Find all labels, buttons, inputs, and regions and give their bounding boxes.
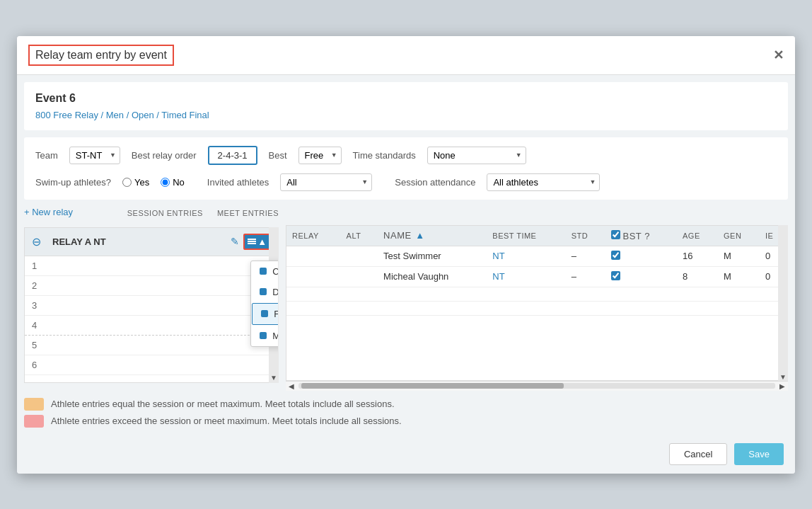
session-label: Session attendance <box>395 177 475 188</box>
legend-item-red: Athlete entries exceed the session or me… <box>24 415 788 428</box>
bst-header-checkbox[interactable] <box>611 230 620 239</box>
empty-row-1 <box>286 287 787 301</box>
relay-menu-button[interactable]: ▲ <box>243 234 271 250</box>
mark-exhibition-dot <box>260 332 267 339</box>
meet-entries-tab[interactable]: MEET ENTRIES <box>217 209 279 217</box>
invited-wrapper: All <box>280 173 372 191</box>
modal: Relay team entry by event ✕ Event 6 800 … <box>17 36 795 474</box>
horiz-left-button[interactable]: ◀ <box>286 382 297 390</box>
legend-color-orange <box>24 398 44 411</box>
dropdown-menu: Clear swimmers Delete the relay Find bes… <box>250 261 279 347</box>
team-label: Team <box>35 150 58 161</box>
col-alt: ALT <box>341 226 378 246</box>
athlete-name-2: Micheal Vaughn <box>378 266 487 287</box>
horiz-thumb <box>301 383 564 389</box>
event-number: Event 6 <box>35 92 777 105</box>
athletes-table-container: RELAY ALT NAME ▲ BEST TIME STD <box>286 225 788 381</box>
athletes-table-body: Test Swimmer NT – 16 M 0 <box>286 246 787 315</box>
modal-header: Relay team entry by event ✕ <box>17 36 795 75</box>
find-best-relay-label: Find best relay <box>274 309 279 319</box>
team-select-wrapper: ST-NT <box>69 147 120 164</box>
athletes-header-row: RELAY ALT NAME ▲ BEST TIME STD <box>286 226 787 246</box>
athletes-scroll-down-button[interactable]: ▼ <box>779 373 787 381</box>
athlete-relay-1 <box>286 246 341 266</box>
legend-section: Athlete entries equal the session or mee… <box>24 398 788 428</box>
bst-checkbox-2[interactable] <box>611 271 620 280</box>
col-std: STD <box>566 226 605 246</box>
athletes-horizontal-scrollbar: ◀ ▶ <box>286 381 788 391</box>
bst-checkbox-1[interactable] <box>611 251 620 260</box>
invited-label: Invited athletes <box>207 177 269 188</box>
athletes-table-wrapper: RELAY ALT NAME ▲ BEST TIME STD <box>286 225 788 391</box>
session-select[interactable]: All athletes <box>487 173 600 191</box>
scroll-down-button[interactable]: ▼ <box>270 372 277 383</box>
athlete-gen-1: M <box>718 246 760 266</box>
relay-row-2: 2 <box>25 276 278 296</box>
relay-header: ⊖ RELAY A NT ✎ <box>25 228 278 256</box>
no-radio-label[interactable]: No <box>161 177 185 188</box>
athlete-row-1: Test Swimmer NT – 16 M 0 <box>286 246 787 266</box>
row-num-4: 4 <box>32 320 46 331</box>
best-select[interactable]: Free <box>298 147 342 164</box>
mark-exhibition-label: Mark as exhibition <box>272 331 279 341</box>
relay-minus-button[interactable]: ⊖ <box>32 235 41 248</box>
delete-relay-dot <box>260 288 267 295</box>
session-meet-tabs: SESSION ENTRIES MEET ENTRIES <box>127 209 279 217</box>
delete-relay-item[interactable]: Delete the relay <box>251 282 279 302</box>
session-entries-tab[interactable]: SESSION ENTRIES <box>127 209 203 217</box>
relay-row-6: 6 <box>25 355 278 375</box>
no-label: No <box>173 177 185 188</box>
close-button[interactable]: ✕ <box>773 47 784 63</box>
relay-table-container: ⊖ RELAY A NT ✎ <box>24 227 279 383</box>
right-panel-spacer <box>286 207 788 225</box>
controls-section: Team ST-NT Best relay order 2-4-3-1 Best… <box>24 137 788 200</box>
controls-row-1: Team ST-NT Best relay order 2-4-3-1 Best… <box>35 146 777 165</box>
no-radio[interactable] <box>161 178 170 187</box>
athletes-table: RELAY ALT NAME ▲ BEST TIME STD <box>286 226 787 316</box>
time-standards-wrapper: None <box>427 147 526 164</box>
relay-order-input[interactable]: 2-4-3-1 <box>208 146 257 165</box>
athlete-bst-2 <box>605 266 677 287</box>
athletes-vertical-scrollbar: ▼ <box>778 225 788 381</box>
relay-name: RELAY A NT <box>52 236 224 247</box>
horiz-right-button[interactable]: ▶ <box>777 382 788 390</box>
athlete-age-1: 16 <box>677 246 718 266</box>
col-gen: GEN <box>718 226 760 246</box>
main-content: + New relay SESSION ENTRIES MEET ENTRIES… <box>24 207 788 391</box>
mark-exhibition-item[interactable]: Mark as exhibition <box>251 326 279 346</box>
relay-row-4: 4 <box>25 316 278 336</box>
left-panel: + New relay SESSION ENTRIES MEET ENTRIES… <box>24 207 279 391</box>
event-desc-part3: Open <box>132 110 154 120</box>
find-best-relay-item[interactable]: Find best relay <box>252 303 279 325</box>
relay-edit-button[interactable]: ✎ <box>229 234 240 248</box>
yes-radio[interactable] <box>122 178 132 187</box>
time-standards-select[interactable]: None <box>427 147 526 164</box>
save-button[interactable]: Save <box>734 443 784 465</box>
yes-radio-label[interactable]: Yes <box>122 177 149 188</box>
find-relay-dot <box>261 310 268 317</box>
invited-select[interactable]: All <box>280 173 372 191</box>
row-num-3: 3 <box>32 300 46 311</box>
athlete-best-time-2: NT <box>487 266 565 287</box>
row-num-6: 6 <box>32 360 46 370</box>
team-select[interactable]: ST-NT <box>69 147 120 164</box>
legend-text-red: Athlete entries exceed the session or me… <box>51 416 402 426</box>
clear-swimmers-item[interactable]: Clear swimmers <box>251 261 279 282</box>
row-num-1: 1 <box>32 261 46 271</box>
athlete-relay-2 <box>286 266 341 287</box>
legend-item-orange: Athlete entries equal the session or mee… <box>24 398 788 411</box>
col-relay: RELAY <box>286 226 341 246</box>
empty-row-2 <box>286 301 787 315</box>
row-num-5: 5 <box>32 340 46 350</box>
new-relay-button[interactable]: + New relay <box>24 207 73 217</box>
cancel-button[interactable]: Cancel <box>669 443 727 465</box>
event-desc-part1: 800 Free Relay <box>35 110 98 120</box>
athlete-row-empty-1 <box>286 287 787 301</box>
col-name[interactable]: NAME ▲ <box>378 226 487 246</box>
event-section: Event 6 800 Free Relay / Men / Open / Ti… <box>24 82 788 130</box>
right-panel: RELAY ALT NAME ▲ BEST TIME STD <box>286 207 788 391</box>
clear-swimmers-label: Clear swimmers <box>272 266 279 277</box>
swim-up-label: Swim-up athletes? <box>35 177 111 188</box>
event-sep1: / <box>98 110 106 120</box>
athlete-std-1: – <box>566 246 605 266</box>
